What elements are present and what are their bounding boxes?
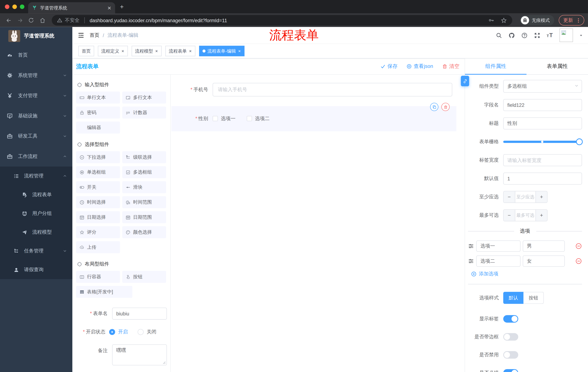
clear-button[interactable]: 清空 <box>442 63 459 70</box>
checkbox-icon[interactable] <box>213 116 218 121</box>
sidebar-item-leave-query[interactable]: 请假查询 <box>0 260 73 279</box>
checkbox-option-1[interactable]: 选项一 <box>213 115 236 122</box>
checkbox-icon[interactable] <box>247 116 252 121</box>
palette-item-multi-text[interactable]: 多行文本 <box>122 92 166 104</box>
sidebar-item-home[interactable]: 首页 <box>0 45 73 65</box>
canvas-field-gender-selected[interactable]: *性别 选项一 选项二 <box>171 106 456 131</box>
help-icon[interactable] <box>521 32 527 38</box>
palette-item-date-picker[interactable]: 日期选择 <box>76 211 120 223</box>
window-minimize-button[interactable] <box>12 5 17 9</box>
window-close-button[interactable] <box>5 5 10 9</box>
palette-item-switch[interactable]: 开关 <box>76 181 120 193</box>
tab-component-props[interactable]: 组件属性 <box>465 59 526 74</box>
form-grid-slider[interactable] <box>503 136 582 148</box>
resize-corner-icon[interactable] <box>163 361 166 364</box>
palette-item-editor[interactable]: 编辑器 <box>76 122 120 134</box>
sidebar-collapse-icon[interactable] <box>78 32 84 39</box>
drag-handle-icon[interactable] <box>468 258 474 264</box>
window-zoom-button[interactable] <box>20 5 24 9</box>
avatar[interactable] <box>559 29 573 42</box>
border-toggle[interactable] <box>503 333 518 340</box>
palette-item-upload[interactable]: 上传 <box>76 241 120 253</box>
palette-item-date-range[interactable]: 日期范围 <box>122 211 166 223</box>
browser-update-button[interactable]: 更新 <box>559 15 584 25</box>
option-label-input[interactable] <box>476 240 521 252</box>
sidebar-item-payment[interactable]: 支付管理 <box>0 85 73 106</box>
stepper-increase-button[interactable]: + <box>536 191 547 202</box>
style-button-button[interactable]: 按钮 <box>524 292 544 304</box>
style-default-button[interactable]: 默认 <box>503 292 524 304</box>
stepper-increase-button[interactable]: + <box>536 210 547 221</box>
panel-link-handle[interactable] <box>461 76 469 86</box>
palette-item-row-container[interactable]: 行容器 <box>76 271 120 283</box>
home-button[interactable] <box>37 15 47 25</box>
font-size-icon[interactable]: TT <box>547 32 553 39</box>
palette-item-checkbox-group[interactable]: 多选框组 <box>122 166 166 178</box>
tag-close-icon[interactable]: × <box>189 49 192 53</box>
status-on-radio[interactable] <box>109 329 115 335</box>
palette-item-counter[interactable]: 计数器 <box>122 106 166 118</box>
tag-process-model[interactable]: 流程模型× <box>132 46 162 56</box>
sidebar-item-process-model[interactable]: 流程模型 <box>0 223 73 242</box>
required-toggle[interactable] <box>503 369 518 372</box>
remove-option-button[interactable] <box>575 258 582 265</box>
remove-option-button[interactable] <box>575 243 582 250</box>
password-key-icon[interactable] <box>488 17 494 23</box>
field-name-input[interactable] <box>503 99 582 111</box>
sidebar-item-infra[interactable]: 基础设施 <box>0 106 73 126</box>
form-canvas[interactable]: *手机号 请输入手机号 *性别 选项一 选项二 <box>171 74 465 372</box>
forward-button[interactable] <box>15 15 25 25</box>
min-select-placeholder[interactable]: 至少应选 <box>515 191 536 202</box>
option-value-input[interactable] <box>523 255 565 267</box>
palette-item-single-text[interactable]: 单行文本 <box>76 92 120 104</box>
save-button[interactable]: 保存 <box>380 63 398 70</box>
form-name-input[interactable] <box>112 308 167 319</box>
phone-field-input[interactable]: 请输入手机号 <box>213 83 452 96</box>
disabled-toggle[interactable] <box>503 351 518 359</box>
form-remark-textarea[interactable]: 嘿嘿 <box>112 344 167 365</box>
tab-form-props[interactable]: 表单属性 <box>526 59 588 74</box>
add-option-button[interactable]: 添加选项 <box>471 270 582 277</box>
sidebar-item-process-manage[interactable]: 流程管理 <box>0 167 73 185</box>
sidebar-item-process-form[interactable]: 流程表单 <box>0 185 73 204</box>
min-select-stepper[interactable]: − 至少应选 + <box>503 191 547 203</box>
palette-item-color-picker[interactable]: 颜色选择 <box>122 226 166 238</box>
view-json-button[interactable]: 查看json <box>407 63 433 70</box>
sidebar-logo[interactable]: 芋道管理系统 <box>0 27 73 45</box>
tag-close-icon[interactable]: × <box>155 49 158 53</box>
sidebar-item-workflow[interactable]: 工作流程 <box>0 146 73 167</box>
window-controls[interactable] <box>5 5 24 9</box>
stepper-decrease-button[interactable]: − <box>504 210 515 221</box>
breadcrumb-home[interactable]: 首页 <box>90 32 100 39</box>
slider-thumb[interactable] <box>576 138 583 145</box>
palette-item-table[interactable]: 表格[开发中] <box>76 286 132 298</box>
url-text[interactable]: dashboard.yudao.iocoder.cn/bpm/manager/f… <box>90 18 227 23</box>
tag-close-icon[interactable]: × <box>238 49 241 53</box>
avatar-caret-icon[interactable] <box>579 33 583 37</box>
tag-process-definition[interactable]: 流程定义× <box>98 46 128 56</box>
back-button[interactable] <box>4 15 14 25</box>
component-type-select[interactable]: 多选框组 <box>503 80 582 93</box>
drag-handle-icon[interactable] <box>468 243 474 249</box>
reload-button[interactable] <box>26 15 36 25</box>
palette-item-cascader[interactable]: 级联选择 <box>122 151 166 163</box>
sidebar-item-user-group[interactable]: 用户分组 <box>0 204 73 223</box>
browser-menu-dots-icon[interactable] <box>576 18 581 23</box>
tab-close-icon[interactable]: ✕ <box>107 5 111 10</box>
palette-item-button[interactable]: 按钮 <box>122 271 166 283</box>
duplicate-component-button[interactable] <box>430 103 438 111</box>
security-label[interactable]: 不安全 <box>65 17 80 24</box>
sidebar-item-task-manage[interactable]: 任务管理 <box>0 242 73 260</box>
not-secure-warning-icon[interactable] <box>57 18 62 23</box>
status-off-label[interactable]: 关闭 <box>147 329 157 335</box>
delete-component-button[interactable] <box>441 103 450 111</box>
show-label-toggle[interactable] <box>503 315 518 322</box>
option-style-segmented[interactable]: 默认 按钮 <box>503 292 544 304</box>
github-icon[interactable] <box>508 32 515 38</box>
palette-item-rate[interactable]: 评分 <box>76 226 120 238</box>
tag-close-icon[interactable]: × <box>121 49 125 53</box>
title-input[interactable] <box>503 117 582 129</box>
tag-process-form-edit[interactable]: 流程表单-编辑× <box>199 46 244 56</box>
status-off-radio[interactable] <box>137 329 144 335</box>
max-select-placeholder[interactable]: 最多可选 <box>515 210 536 221</box>
